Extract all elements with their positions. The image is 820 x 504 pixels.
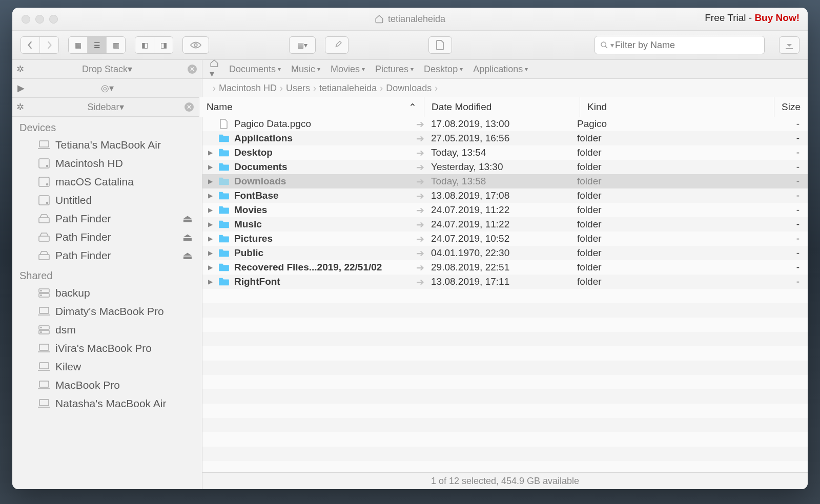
disc-panel[interactable]: ▶ ◎ ▾ — [12, 79, 202, 97]
sidebar-item[interactable]: backup — [12, 284, 202, 302]
file-row[interactable]: ▶ Recovered Files...2019, 22/51/02 ➔ 29.… — [202, 260, 808, 275]
file-row[interactable]: ▶ Desktop ➔ Today, 13:54 folder - — [202, 145, 808, 160]
eject-icon[interactable]: ⏏ — [182, 249, 193, 262]
file-row[interactable]: ▶ Public ➔ 04.01.1970, 22:30 folder - — [202, 246, 808, 260]
disclosure-triangle[interactable]: ▶ — [202, 278, 218, 285]
back-button[interactable] — [21, 37, 40, 53]
sidebar-item[interactable]: Untitled — [12, 191, 202, 209]
favorite-item[interactable]: Pictures ▾ — [375, 64, 414, 75]
favorite-item[interactable]: Applications ▾ — [473, 64, 528, 75]
search-field[interactable]: ▾ — [594, 36, 765, 54]
column-size[interactable]: Size — [774, 97, 808, 117]
sidebar-item[interactable]: dsm — [12, 321, 202, 339]
column-view-button[interactable]: ▥ — [107, 37, 125, 53]
disclosure-triangle[interactable]: ▶ — [202, 206, 218, 214]
close-icon[interactable]: ✕ — [184, 102, 194, 112]
svg-rect-9 — [39, 218, 49, 223]
disclosure-triangle[interactable]: ▶ — [202, 149, 218, 156]
minimize-window-button[interactable] — [35, 15, 44, 24]
icon-view-button[interactable]: ▦ — [69, 37, 88, 53]
sidebar-item[interactable]: iVira's MacBook Pro — [12, 339, 202, 358]
file-row[interactable]: ▶ Pictures ➔ 24.07.2019, 10:52 folder - — [202, 232, 808, 246]
go-icon[interactable]: ➔ — [413, 247, 428, 259]
close-icon[interactable]: ✕ — [188, 65, 197, 74]
sidebar-item[interactable]: Natasha's MacBook Air — [12, 394, 202, 413]
disclosure-triangle[interactable]: ▶ — [202, 192, 218, 199]
sidebar-item[interactable]: Dimaty's MacBook Pro — [12, 302, 202, 321]
breadcrumb-item[interactable]: Macintosh HD — [219, 83, 277, 94]
favorite-item[interactable]: Music ▾ — [291, 64, 320, 75]
sidebar-item[interactable]: Macintosh HD — [12, 154, 202, 173]
sidebar-item[interactable]: macOS Catalina — [12, 173, 202, 191]
go-icon[interactable]: ➔ — [413, 147, 428, 159]
buy-now-link[interactable]: Buy Now! — [754, 12, 799, 23]
disclosure-triangle[interactable]: ▶ — [202, 249, 218, 257]
file-date: 04.01.1970, 22:30 — [428, 247, 572, 259]
new-document-button[interactable] — [428, 36, 452, 54]
disclosure-triangle[interactable]: ▶ — [202, 163, 218, 171]
list-view-button[interactable]: ☰ — [88, 37, 107, 53]
forward-button[interactable] — [40, 37, 58, 53]
group-by-button[interactable]: ▤▾ — [289, 36, 316, 54]
go-icon[interactable]: ➔ — [413, 133, 428, 144]
gear-icon[interactable]: ✲ — [16, 64, 24, 75]
eject-icon[interactable]: ⏏ — [182, 231, 193, 243]
sidebar-item[interactable]: Path Finder ⏏ — [12, 246, 202, 265]
sidebar-item[interactable]: Path Finder ⏏ — [12, 209, 202, 228]
file-kind: folder — [572, 276, 756, 287]
drop-stack-panel[interactable]: ✲ Drop Stack ▾ ✕ — [12, 60, 202, 78]
sidebar-item[interactable]: Path Finder ⏏ — [12, 228, 202, 246]
breadcrumb-item[interactable]: Downloads — [386, 83, 432, 94]
close-window-button[interactable] — [22, 15, 30, 24]
tag-button[interactable] — [325, 36, 348, 54]
file-row[interactable]: Pagico Data.pgco ➔ 17.08.2019, 13:00 Pag… — [202, 117, 808, 131]
file-row[interactable]: ▶ Documents ➔ Yesterday, 13:30 folder - — [202, 160, 808, 174]
home-menu-icon[interactable]: ▾ — [210, 59, 219, 79]
file-row[interactable]: ▶ Music ➔ 24.07.2019, 11:22 folder - — [202, 217, 808, 232]
sidebar-item-label: Path Finder — [55, 249, 111, 262]
disclosure-triangle[interactable]: ▶ — [202, 235, 218, 242]
sidebar-item[interactable]: Tetiana's MacBook Air — [12, 136, 202, 154]
go-icon[interactable]: ➔ — [413, 276, 428, 288]
dual-left-button[interactable]: ◧ — [135, 37, 154, 53]
favorite-item[interactable]: Documents ▾ — [229, 64, 281, 75]
go-icon[interactable]: ➔ — [413, 262, 428, 274]
eject-icon[interactable]: ⏏ — [182, 213, 193, 225]
download-button[interactable] — [779, 36, 799, 54]
file-row[interactable]: ▶ Movies ➔ 24.07.2019, 11:22 folder - — [202, 203, 808, 217]
breadcrumb-item[interactable]: tetianaleheida — [319, 83, 377, 94]
favorite-item[interactable]: Desktop ▾ — [424, 64, 463, 75]
preview-button[interactable] — [182, 36, 209, 54]
go-icon[interactable]: ➔ — [413, 219, 428, 230]
file-row[interactable]: ▶ Downloads ➔ Today, 13:58 folder - — [202, 174, 808, 188]
fullscreen-window-button[interactable] — [49, 15, 58, 24]
sidebar-item[interactable]: MacBook Pro — [12, 376, 202, 394]
column-headers: Name⌃ Date Modified Kind Size — [199, 97, 808, 117]
disclosure-triangle[interactable]: ▶ — [202, 178, 218, 185]
go-icon[interactable]: ➔ — [413, 190, 428, 202]
dual-right-button[interactable]: ◨ — [154, 37, 173, 53]
breadcrumb-item[interactable]: Users — [286, 83, 310, 94]
go-icon[interactable]: ➔ — [413, 118, 428, 130]
play-icon[interactable]: ▶ — [17, 82, 25, 94]
gear-icon[interactable]: ✲ — [16, 101, 24, 113]
favorite-item[interactable]: Movies ▾ — [331, 64, 365, 75]
disclosure-triangle[interactable]: ▶ — [202, 264, 218, 271]
disclosure-triangle[interactable]: ▶ — [202, 221, 218, 228]
sidebar-item[interactable]: Kilew — [12, 358, 202, 376]
sidebar-header-panel[interactable]: ✲ Sidebar ▾ ✕ — [12, 98, 199, 116]
file-list: Pagico Data.pgco ➔ 17.08.2019, 13:00 Pag… — [202, 117, 808, 472]
column-date[interactable]: Date Modified — [424, 97, 580, 117]
column-kind[interactable]: Kind — [580, 97, 774, 117]
search-input[interactable] — [614, 39, 759, 51]
file-row[interactable]: ▶ RightFont ➔ 13.08.2019, 17:11 folder - — [202, 275, 808, 289]
file-row[interactable]: ▶ FontBase ➔ 13.08.2019, 17:08 folder - — [202, 188, 808, 203]
go-icon[interactable]: ➔ — [413, 204, 428, 216]
window-title: tetianaleheida — [375, 14, 445, 25]
column-name[interactable]: Name⌃ — [199, 97, 424, 117]
file-row[interactable]: Applications ➔ 27.05.2019, 16:56 folder … — [202, 131, 808, 145]
svg-rect-10 — [39, 236, 49, 241]
go-icon[interactable]: ➔ — [413, 161, 428, 173]
go-icon[interactable]: ➔ — [413, 233, 428, 245]
go-icon[interactable]: ➔ — [413, 176, 428, 187]
